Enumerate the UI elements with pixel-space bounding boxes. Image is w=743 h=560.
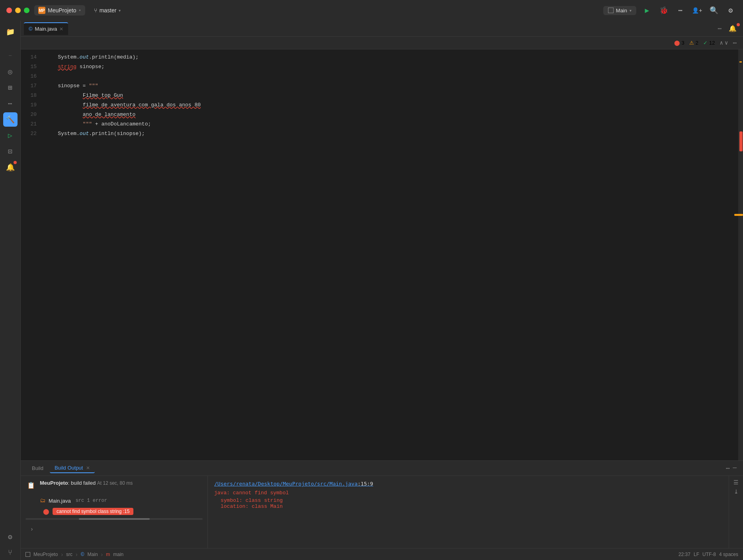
close-button[interactable]	[6, 8, 12, 13]
code-line-15: string sinopse;	[45, 62, 743, 72]
sidebar-item-files[interactable]: 📁	[3, 25, 18, 39]
error-line-col: :15:9	[358, 481, 373, 487]
status-main-icon: ©	[81, 552, 84, 557]
sidebar-item-plugins[interactable]: ⊞	[3, 80, 18, 95]
warning-count[interactable]: ⚠ 2	[689, 40, 698, 46]
warning-count-label: 2	[696, 40, 698, 46]
error-location-line: location: class Main	[214, 503, 722, 509]
build-file-item[interactable]: 🗂 Main.java src 1 error	[21, 495, 207, 506]
status-method-icon: m	[106, 552, 110, 557]
build-tabs: Build Build Output ✕ ⋯ —	[21, 461, 743, 476]
project-selector[interactable]: MP MeuProjeto ▾	[34, 5, 85, 16]
file-icon: 🗂	[40, 497, 45, 504]
project-icon: MP	[38, 7, 45, 14]
debug-button[interactable]: 🐞	[658, 4, 670, 16]
error-icon: ⬤	[43, 508, 49, 515]
nav-up-icon[interactable]: ∧	[720, 39, 723, 46]
status-indicator-icon	[25, 552, 30, 557]
sidebar-item-run[interactable]: ▷	[3, 128, 18, 143]
error-count[interactable]: ⬤ 3	[674, 40, 684, 46]
error-file-path[interactable]: /Users/renata/Desktop/MeuProjeto/src/Mai…	[214, 481, 722, 487]
nav-down-icon[interactable]: ∨	[725, 39, 728, 46]
status-square	[25, 552, 30, 557]
tab-close-button[interactable]: ✕	[59, 26, 63, 32]
build-content: 📋 MeuProjeto: build failed At 12 sec, 80…	[21, 476, 743, 548]
maximize-button[interactable]	[24, 8, 29, 13]
build-left-panel: 📋 MeuProjeto: build failed At 12 sec, 80…	[21, 476, 208, 548]
build-filter-icon[interactable]: ☰	[733, 479, 739, 486]
status-indent[interactable]: 4 spaces	[719, 552, 738, 557]
build-expand-area: ›	[21, 521, 207, 536]
build-status: build failed	[71, 480, 96, 486]
branch-selector[interactable]: ⑂ master ▾	[90, 6, 125, 15]
ide-content: © Main.java ✕ ⋯ 🔔 ⬤ 3 ⚠ 2	[21, 21, 743, 560]
search-icon[interactable]: 🔍	[708, 4, 720, 16]
titlebar-actions: ▶ 🐞 ⋯ 👤+ 🔍 ⚙	[641, 4, 737, 16]
minimize-button[interactable]	[15, 8, 21, 13]
run-button[interactable]: ▶	[641, 4, 653, 16]
sidebar-divider-1: —	[3, 49, 18, 63]
project-name: MeuProjeto	[48, 7, 76, 14]
titlebar: MP MeuProjeto ▾ ⑂ master ▾ Main ▾ ▶ 🐞 ⋯ …	[0, 0, 743, 21]
error-message-line1: java: cannot find symbol	[214, 490, 722, 496]
status-lf[interactable]: LF	[694, 552, 699, 557]
error-more-icon[interactable]: ⋯	[733, 39, 737, 47]
sidebar-item-settings[interactable]: ⚙	[3, 530, 18, 544]
scroll-position-marker	[734, 214, 743, 216]
code-line-19: filme de aventura com gala dos anos 80	[45, 100, 743, 110]
traffic-lights	[6, 8, 29, 13]
code-content[interactable]: System.out.println(media); string sinops…	[41, 49, 743, 460]
nav-arrows[interactable]: ∧ ∨	[720, 39, 728, 46]
tab-overflow-icon[interactable]: ⋯	[714, 23, 725, 34]
code-line-16	[45, 72, 743, 81]
build-scrollbar[interactable]	[25, 518, 203, 520]
build-right-panel: /Users/renata/Desktop/MeuProjeto/src/Mai…	[208, 476, 729, 548]
build-minimize-icon[interactable]: —	[733, 464, 737, 472]
settings-icon[interactable]: ⚙	[725, 4, 737, 16]
sidebar-item-terminal[interactable]: ⊡	[3, 144, 18, 159]
code-line-20: ano de lancamento	[45, 110, 743, 119]
code-line-17: sinopse = """	[45, 81, 743, 91]
minimap-scrollbar	[738, 49, 743, 460]
sidebar-item-more[interactable]: ⋯	[3, 96, 18, 111]
sidebar-item-notifications[interactable]: 🔔	[3, 160, 18, 174]
add-user-icon[interactable]: 👤+	[691, 4, 703, 16]
run-config-selector[interactable]: Main ▾	[603, 6, 636, 15]
branch-name: master	[100, 7, 117, 14]
error-count-label: 3	[682, 40, 684, 46]
sidebar-item-git[interactable]: ⑂	[3, 546, 18, 560]
code-line-22: System.out.println(sinopse);	[45, 129, 743, 139]
build-error-detail[interactable]: ⬤ cannot find symbol class string :15	[21, 506, 207, 517]
branch-icon: ⑂	[94, 7, 97, 14]
build-file-name: Main.java	[49, 498, 71, 504]
run-config-name: Main	[616, 8, 627, 14]
status-src: src	[66, 552, 72, 557]
status-encoding[interactable]: UTF-8	[702, 552, 716, 557]
editor-area: ⬤ 3 ⚠ 2 ✓ 12 ∧ ∨ ⋯	[21, 37, 743, 548]
expand-icon[interactable]: ›	[27, 525, 37, 534]
sidebar-item-vcs[interactable]: ◎	[3, 65, 18, 79]
tab-main-java[interactable]: © Main.java ✕	[24, 22, 68, 35]
build-scroll-end-icon[interactable]: ⤓	[734, 488, 739, 495]
build-time: At 12 sec, 80 ms	[97, 480, 133, 486]
build-title-text: MeuProjeto: build failed At 12 sec, 80 m…	[40, 480, 203, 486]
build-output-close-icon[interactable]: ✕	[86, 465, 90, 471]
run-config-chevron-icon: ▾	[630, 8, 632, 13]
build-more-icon[interactable]: ⋯	[726, 464, 730, 472]
sidebar-item-build[interactable]: 🔨	[3, 112, 18, 127]
tab-build[interactable]: Build	[27, 464, 48, 473]
tab-build-output[interactable]: Build Output ✕	[50, 463, 95, 473]
build-tab-actions: ⋯ —	[726, 464, 737, 472]
status-bar: MeuProjeto › src › © Main › m main 22:37…	[21, 548, 743, 560]
error-symbol-line: symbol: class string	[214, 497, 722, 503]
check-count[interactable]: ✓ 12	[703, 40, 715, 46]
build-info: MeuProjeto: build failed At 12 sec, 80 m…	[40, 480, 203, 486]
code-view[interactable]: 14 15 16 17 18 19 20 21 22 System.out.pr…	[21, 49, 743, 460]
build-header: 📋 MeuProjeto: build failed At 12 sec, 80…	[21, 476, 207, 495]
build-right-actions: ☰ ⤓	[729, 476, 743, 548]
notification-bell-icon[interactable]: 🔔	[725, 23, 740, 34]
error-scroll-marker	[739, 131, 743, 151]
tab-bar: © Main.java ✕ ⋯ 🔔	[21, 21, 743, 37]
more-actions-button[interactable]: ⋯	[675, 4, 686, 16]
build-scrollbar-thumb	[79, 518, 150, 520]
